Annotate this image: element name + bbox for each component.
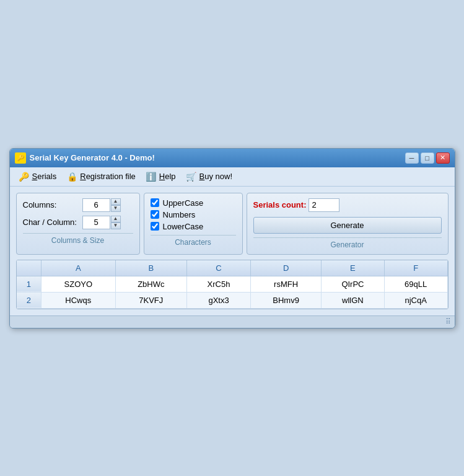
cell-d: BHmv9: [251, 292, 322, 308]
columns-row: Columns: ▲ ▼: [23, 198, 133, 212]
columns-size-panel-label: Columns & Size: [23, 233, 133, 245]
columns-spin-up[interactable]: ▲: [111, 198, 121, 205]
help-icon: ℹ️: [146, 171, 157, 182]
serials-table-wrapper: A B C D E F 1 SZOYO ZbHWc XrC5h rsMFH QI…: [16, 260, 449, 309]
cell-e: wllGN: [322, 292, 385, 308]
minimize-button[interactable]: ─: [405, 152, 419, 164]
table-row: 2 HCwqs 7KVFJ gXtx3 BHmv9 wllGN njCqA: [17, 292, 448, 308]
panels-row: Columns: ▲ ▼ Char / Column: ▲: [16, 193, 449, 255]
content-area: Columns: ▲ ▼ Char / Column: ▲: [10, 187, 455, 315]
cell-e: QIrPC: [322, 276, 385, 292]
window-title: Serial Key Generator 4.0 - Demo!: [30, 153, 155, 162]
table-row: 1 SZOYO ZbHWc XrC5h rsMFH QIrPC 69qLL: [17, 276, 448, 292]
menu-registration-label: Registration file: [80, 172, 136, 181]
title-bar: 🔑 Serial Key Generator 4.0 - Demo! ─ □ ✕: [10, 149, 455, 167]
header-e: E: [322, 260, 385, 276]
registration-icon: 🔒: [66, 171, 77, 182]
columns-size-panel: Columns: ▲ ▼ Char / Column: ▲: [16, 193, 140, 255]
serials-count-input[interactable]: [309, 198, 339, 212]
serials-count-label: Serials count:: [253, 200, 307, 209]
header-a: A: [42, 260, 116, 276]
generator-panel-label: Generator: [253, 237, 442, 249]
serials-table: A B C D E F 1 SZOYO ZbHWc XrC5h rsMFH QI…: [17, 260, 448, 309]
columns-spinner: ▲ ▼: [82, 198, 121, 212]
uppercase-checkbox[interactable]: [151, 198, 159, 207]
char-column-spin-buttons: ▲ ▼: [111, 216, 121, 229]
lowercase-checkbox[interactable]: [151, 222, 159, 231]
cell-f: 69qLL: [384, 276, 447, 292]
characters-panel-label: Characters: [151, 235, 236, 247]
cell-b: ZbHWc: [115, 276, 186, 292]
header-d: D: [251, 260, 322, 276]
lowercase-label: LowerCase: [163, 222, 204, 231]
title-bar-left: 🔑 Serial Key Generator 4.0 - Demo!: [15, 152, 155, 164]
cell-a: HCwqs: [42, 292, 116, 308]
columns-input[interactable]: [82, 198, 110, 212]
columns-spin-down[interactable]: ▼: [111, 205, 121, 212]
header-f: F: [384, 260, 447, 276]
generate-button[interactable]: Generate: [253, 217, 442, 234]
main-window: 🔑 Serial Key Generator 4.0 - Demo! ─ □ ✕…: [9, 148, 455, 328]
char-column-label: Char / Column:: [23, 218, 79, 227]
cell-c: XrC5h: [187, 276, 251, 292]
char-column-spin-down[interactable]: ▼: [111, 223, 121, 229]
header-row-num: [17, 260, 42, 276]
char-column-spinner: ▲ ▼: [82, 216, 121, 229]
menu-help-label: Help: [159, 172, 176, 181]
numbers-row: Numbers: [151, 210, 236, 219]
char-column-row: Char / Column: ▲ ▼: [23, 216, 133, 229]
serials-icon: 🔑: [19, 171, 30, 182]
characters-panel: UpperCase Numbers LowerCase Characters: [144, 193, 243, 255]
buynow-icon: 🛒: [186, 171, 197, 182]
title-buttons: ─ □ ✕: [405, 152, 450, 164]
menu-buynow-label: Buy now!: [199, 172, 232, 181]
menu-buynow[interactable]: 🛒 Buy now!: [181, 169, 237, 184]
numbers-label: Numbers: [163, 210, 196, 219]
serials-count-row: Serials count:: [253, 198, 442, 212]
cell-row-num: 2: [17, 292, 42, 308]
table-header-row: A B C D E F: [17, 260, 448, 276]
cell-d: rsMFH: [251, 276, 322, 292]
cell-row-num: 1: [17, 276, 42, 292]
columns-spin-buttons: ▲ ▼: [111, 198, 121, 212]
menu-serials-label: Serials: [32, 172, 57, 181]
cell-f: njCqA: [384, 292, 447, 308]
char-column-input[interactable]: [82, 216, 110, 229]
resize-icon: ⠿: [445, 317, 451, 326]
uppercase-row: UpperCase: [151, 198, 236, 208]
menu-registration[interactable]: 🔒 Registration file: [61, 169, 141, 184]
bottom-bar: ⠿: [10, 315, 455, 328]
header-b: B: [115, 260, 186, 276]
cell-c: gXtx3: [187, 292, 251, 308]
cell-a: SZOYO: [42, 276, 116, 292]
app-icon: 🔑: [15, 152, 26, 164]
lowercase-row: LowerCase: [151, 222, 236, 231]
generator-panel: Serials count: Generate Generator: [247, 193, 449, 255]
close-button[interactable]: ✕: [436, 152, 450, 164]
uppercase-label: UpperCase: [163, 198, 204, 208]
menubar: 🔑 Serials 🔒 Registration file ℹ️ Help 🛒 …: [10, 167, 455, 187]
maximize-button[interactable]: □: [421, 152, 434, 164]
header-c: C: [187, 260, 251, 276]
columns-label: Columns:: [23, 200, 79, 209]
menu-help[interactable]: ℹ️ Help: [141, 169, 181, 184]
cell-b: 7KVFJ: [115, 292, 186, 308]
char-column-spin-up[interactable]: ▲: [111, 216, 121, 223]
numbers-checkbox[interactable]: [151, 210, 159, 219]
menu-serials[interactable]: 🔑 Serials: [14, 169, 62, 184]
